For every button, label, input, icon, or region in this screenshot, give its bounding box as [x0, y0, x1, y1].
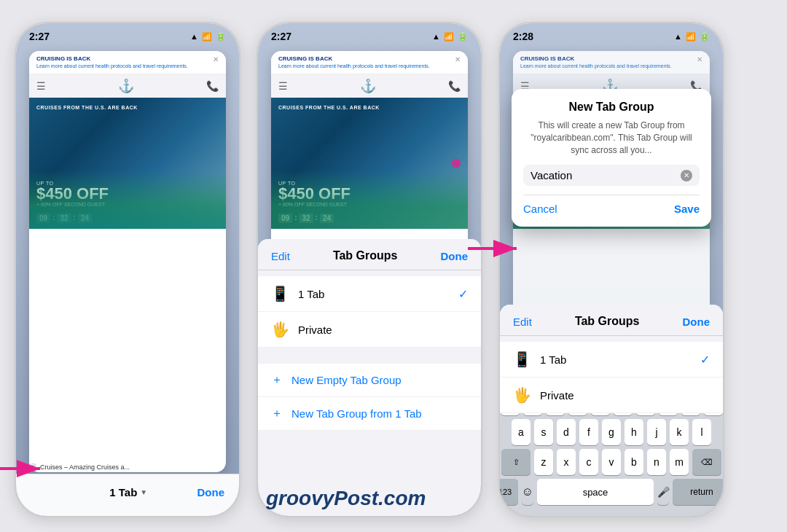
phone2-status-bar: 2:27 ▲ 📶 🔋 — [258, 23, 481, 45]
phone3-checkmark: ✓ — [700, 353, 710, 367]
tab-page-title: 🌊 Cruises – Amazing Cruises a... — [29, 463, 226, 471]
phone3-panel-header: Edit Tab Groups Done — [500, 305, 723, 336]
phone2-royal-logo: ⚓ — [360, 78, 376, 94]
phone2-panel-title: Tab Groups — [333, 249, 398, 262]
space-key[interactable]: space — [537, 479, 654, 505]
key-j[interactable]: j — [647, 419, 666, 445]
wifi-icon3: 📶 — [686, 32, 696, 42]
plus-icon-empty: ＋ — [271, 372, 283, 388]
phone3-done-btn[interactable]: Done — [682, 316, 710, 328]
tab-group-item-private[interactable]: 🖐 Private — [258, 312, 481, 348]
key-d[interactable]: d — [557, 419, 576, 445]
mobile-icon: 📱 — [271, 285, 289, 302]
signal-icon: ▲ — [190, 32, 198, 41]
phone2-ad-title: CRUISING IS BACK — [278, 55, 430, 63]
tab-group-item-1tab[interactable]: 📱 1 Tab ✓ — [258, 276, 481, 312]
battery-icon2: 🔋 — [458, 32, 468, 42]
phone3-panel-title: Tab Groups — [575, 315, 640, 328]
watermark: groovyPost.com — [266, 487, 426, 510]
key-m[interactable]: m — [670, 449, 689, 475]
phone2-browser-navbar: ☰ ⚓ 📞 — [271, 74, 468, 98]
ad-body: Learn more about current health protocol… — [36, 63, 188, 69]
phone3-status-bar: 2:28 ▲ 📶 🔋 — [500, 23, 723, 45]
phone2-time: 2:27 — [271, 31, 291, 42]
new-tab-group-dialog: New Tab Group This will create a new Tab… — [512, 89, 711, 227]
phone3-ad-banner: CRUISING IS BACK Learn more about curren… — [513, 51, 710, 74]
dialog-save-button[interactable]: Save — [674, 203, 700, 215]
key-g[interactable]: g — [602, 419, 621, 445]
key-f[interactable]: f — [579, 419, 598, 445]
cruise-hero-image: CRUISES FROM THE U.S. ARE BACK UP TO $45… — [29, 98, 226, 229]
phone2-cruise-hero: CRUISES FROM THE U.S. ARE BACK UP TO $45… — [271, 98, 468, 229]
phone2-status-icons: ▲ 📶 🔋 — [432, 32, 468, 42]
key-a[interactable]: a — [512, 419, 530, 445]
key-v[interactable]: v — [602, 449, 621, 475]
ad-close-icon[interactable]: ✕ — [213, 55, 219, 63]
wifi-icon: 📶 — [202, 32, 212, 42]
key-n[interactable]: n — [647, 449, 666, 475]
phone3-1tab-label: 1 Tab — [540, 353, 700, 366]
key-k[interactable]: k — [670, 419, 689, 445]
new-empty-tab-group-label: New Empty Tab Group — [291, 374, 402, 386]
key-l[interactable]: l — [692, 419, 711, 445]
dropdown-arrow-icon: ▼ — [140, 488, 147, 496]
arrow-phone2-to-phone3 — [464, 238, 522, 262]
phone1-time: 2:27 — [29, 31, 50, 42]
wifi-icon2: 📶 — [444, 32, 454, 42]
delete-key[interactable]: ⌫ — [692, 449, 721, 475]
new-group-name-input[interactable] — [530, 169, 681, 181]
phone3-1tab-item[interactable]: 📱 1 Tab ✓ — [500, 342, 723, 378]
phone2-ad-close-icon[interactable]: ✕ — [455, 55, 461, 63]
phone2-tab-groups-panel: Edit Tab Groups Done 📱 1 Tab ✓ 🖐 Private — [258, 239, 481, 516]
dialog-description: This will create a new Tab Group from "r… — [523, 120, 700, 156]
phone2-hamburger-icon[interactable]: ☰ — [278, 80, 288, 92]
phone1-done-button[interactable]: Done — [197, 486, 224, 498]
browser-navbar: ☰ ⚓ 📞 — [29, 74, 226, 98]
shift-key[interactable]: ⇧ — [501, 449, 530, 475]
phone2-tab-group-actions: ＋ New Empty Tab Group ＋ New Tab Group fr… — [258, 364, 481, 431]
hamburger-icon[interactable]: ☰ — [36, 80, 46, 92]
phone3-ad-title: CRUISING IS BACK — [520, 55, 672, 63]
signal-icon2: ▲ — [432, 32, 440, 41]
phone2-hero-text: CRUISES FROM THE U.S. ARE BACK — [278, 105, 380, 110]
key-s[interactable]: s — [534, 419, 553, 445]
dialog-cancel-button[interactable]: Cancel — [523, 203, 557, 215]
keyboard-row-4: 123 ☺ space 🎤 return — [502, 479, 721, 505]
key-b[interactable]: b — [624, 449, 643, 475]
key-x[interactable]: x — [557, 449, 576, 475]
plus-icon-from-tab: ＋ — [271, 406, 283, 421]
key-z[interactable]: z — [534, 449, 553, 475]
phone3-ad-close-icon[interactable]: ✕ — [697, 55, 702, 63]
phone1-status-bar: 2:27 ▲ 📶 🔋 — [16, 23, 239, 45]
signal-icon3: ▲ — [674, 32, 682, 41]
phone-call-icon[interactable]: 📞 — [206, 80, 219, 92]
keyboard-row-3: ⇧ z x c v b n m ⌫ — [502, 449, 721, 475]
tab-group-label[interactable]: 1 Tab ▼ — [109, 486, 147, 498]
phone2-call-icon[interactable]: 📞 — [448, 80, 461, 92]
ad-title: CRUISING IS BACK — [36, 55, 188, 63]
numbers-key[interactable]: 123 — [498, 479, 518, 505]
return-key[interactable]: return — [673, 479, 724, 505]
key-h[interactable]: h — [624, 419, 643, 445]
phone2-edit-button[interactable]: Edit — [271, 250, 290, 262]
microphone-key[interactable]: 🎤 — [657, 479, 669, 505]
phone3-hand-icon: 🖐 — [513, 386, 531, 404]
checkmark-icon: ✓ — [458, 287, 468, 301]
dialog-input-row: ✕ — [523, 165, 700, 186]
emoji-key[interactable]: ☺ — [522, 479, 533, 505]
new-empty-tab-group-item[interactable]: ＋ New Empty Tab Group — [258, 364, 481, 397]
phone2-tab-group-list: 📱 1 Tab ✓ 🖐 Private — [258, 276, 481, 348]
phone2: 2:27 ▲ 📶 🔋 CRUISING IS BACK Learn more a… — [257, 22, 482, 517]
cruise-hero-text: CRUISES FROM THE U.S. ARE BACK — [36, 105, 138, 110]
private-label: Private — [298, 324, 468, 336]
phone3-private-label: Private — [540, 389, 710, 402]
key-c[interactable]: c — [579, 449, 598, 475]
new-tab-group-from-tab-label: New Tab Group from 1 Tab — [291, 407, 422, 420]
main-container: 2:27 ▲ 📶 🔋 CRUISING IS BACK Learn more a… — [0, 0, 787, 532]
phone2-panel-header: Edit Tab Groups Done — [258, 239, 481, 270]
new-tab-group-from-tab-item[interactable]: ＋ New Tab Group from 1 Tab — [258, 397, 481, 431]
phone3-private-item[interactable]: 🖐 Private — [500, 378, 723, 413]
phone3-ad-body: Learn more about current health protocol… — [520, 63, 672, 69]
input-clear-icon[interactable]: ✕ — [681, 170, 692, 181]
phone3-edit-btn[interactable]: Edit — [513, 316, 532, 328]
